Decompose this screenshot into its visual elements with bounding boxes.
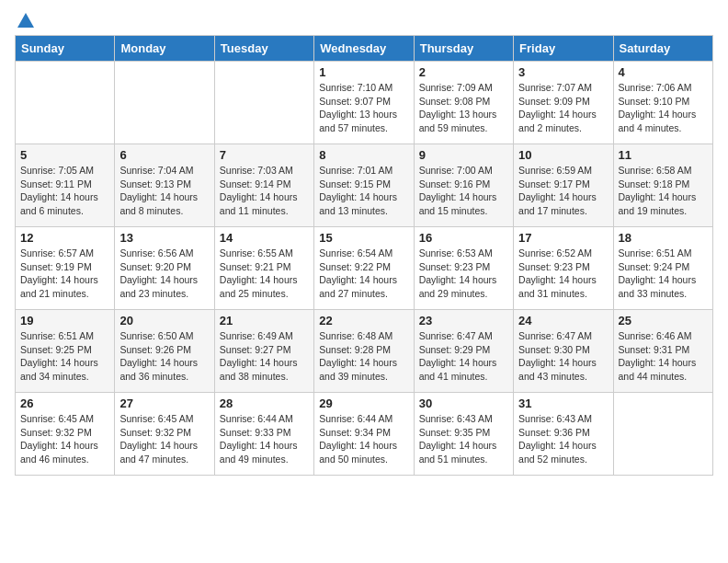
day-cell: 13Sunrise: 6:56 AMSunset: 9:20 PMDayligh…: [115, 227, 214, 310]
day-info: Sunrise: 6:53 AMSunset: 9:23 PMDaylight:…: [419, 247, 508, 301]
day-number: 20: [119, 314, 209, 327]
week-row-5: 26Sunrise: 6:45 AMSunset: 9:32 PMDayligh…: [16, 393, 713, 476]
day-info: Sunrise: 6:45 AMSunset: 9:32 PMDaylight:…: [20, 412, 109, 466]
day-cell: [115, 62, 214, 144]
day-cell: 2Sunrise: 7:09 AMSunset: 9:08 PMDaylight…: [414, 62, 513, 144]
day-number: 2: [419, 65, 508, 79]
day-cell: [613, 393, 712, 476]
day-number: 16: [419, 231, 508, 245]
day-info: Sunrise: 7:10 AMSunset: 9:07 PMDaylight:…: [319, 81, 408, 135]
day-number: 24: [518, 314, 608, 327]
day-cell: 18Sunrise: 6:51 AMSunset: 9:24 PMDayligh…: [613, 227, 712, 310]
day-cell: 12Sunrise: 6:57 AMSunset: 9:19 PMDayligh…: [16, 227, 115, 310]
day-info: Sunrise: 6:56 AMSunset: 9:20 PMDaylight:…: [119, 247, 209, 301]
day-number: 13: [119, 231, 209, 245]
day-info: Sunrise: 6:51 AMSunset: 9:25 PMDaylight:…: [20, 329, 109, 384]
day-number: 10: [518, 148, 608, 162]
day-number: 23: [419, 314, 508, 327]
day-cell: 26Sunrise: 6:45 AMSunset: 9:32 PMDayligh…: [16, 393, 115, 476]
day-info: Sunrise: 7:01 AMSunset: 9:15 PMDaylight:…: [319, 164, 408, 218]
day-number: 31: [518, 396, 608, 410]
day-cell: 4Sunrise: 7:06 AMSunset: 9:10 PMDaylight…: [613, 62, 712, 144]
day-number: 30: [419, 396, 508, 410]
weekday-header-saturday: Saturday: [613, 36, 712, 62]
day-info: Sunrise: 7:05 AMSunset: 9:11 PMDaylight:…: [20, 164, 109, 218]
weekday-header-sunday: Sunday: [16, 36, 115, 62]
day-number: 21: [220, 314, 309, 327]
day-number: 7: [220, 148, 309, 162]
day-cell: 30Sunrise: 6:43 AMSunset: 9:35 PMDayligh…: [414, 393, 513, 476]
weekday-header-row: SundayMondayTuesdayWednesdayThursdayFrid…: [16, 36, 713, 62]
day-number: 5: [20, 148, 109, 162]
day-number: 27: [119, 396, 209, 410]
day-info: Sunrise: 6:43 AMSunset: 9:36 PMDaylight:…: [518, 412, 608, 466]
day-cell: 15Sunrise: 6:54 AMSunset: 9:22 PMDayligh…: [314, 227, 414, 310]
day-cell: 5Sunrise: 7:05 AMSunset: 9:11 PMDaylight…: [16, 144, 115, 227]
day-info: Sunrise: 6:52 AMSunset: 9:23 PMDaylight:…: [518, 247, 608, 301]
day-number: 19: [20, 314, 109, 327]
day-number: 18: [619, 231, 708, 245]
day-cell: 17Sunrise: 6:52 AMSunset: 9:23 PMDayligh…: [514, 227, 613, 310]
day-number: 6: [119, 148, 209, 162]
weekday-header-thursday: Thursday: [414, 36, 513, 62]
day-cell: 7Sunrise: 7:03 AMSunset: 9:14 PMDaylight…: [214, 144, 313, 227]
day-number: 12: [20, 231, 109, 245]
day-info: Sunrise: 6:44 AMSunset: 9:34 PMDaylight:…: [319, 412, 408, 466]
day-cell: 8Sunrise: 7:01 AMSunset: 9:15 PMDaylight…: [314, 144, 414, 227]
day-info: Sunrise: 6:51 AMSunset: 9:24 PMDaylight:…: [619, 247, 708, 301]
day-number: 9: [419, 148, 508, 162]
day-number: 3: [518, 65, 608, 79]
day-number: 28: [220, 396, 309, 410]
day-cell: 16Sunrise: 6:53 AMSunset: 9:23 PMDayligh…: [414, 227, 513, 310]
day-info: Sunrise: 7:09 AMSunset: 9:08 PMDaylight:…: [419, 81, 508, 135]
day-number: 29: [319, 396, 408, 410]
day-cell: 27Sunrise: 6:45 AMSunset: 9:32 PMDayligh…: [115, 393, 214, 476]
week-row-4: 19Sunrise: 6:51 AMSunset: 9:25 PMDayligh…: [16, 310, 713, 393]
day-number: 14: [220, 231, 309, 245]
week-row-1: 1Sunrise: 7:10 AMSunset: 9:07 PMDaylight…: [16, 62, 713, 144]
day-number: 26: [20, 396, 109, 410]
day-cell: 24Sunrise: 6:47 AMSunset: 9:30 PMDayligh…: [514, 310, 613, 393]
calendar-table: SundayMondayTuesdayWednesdayThursdayFrid…: [15, 35, 713, 476]
day-info: Sunrise: 7:00 AMSunset: 9:16 PMDaylight:…: [419, 164, 508, 218]
day-number: 11: [619, 148, 708, 162]
weekday-header-monday: Monday: [115, 36, 214, 62]
day-cell: 23Sunrise: 6:47 AMSunset: 9:29 PMDayligh…: [414, 310, 513, 393]
day-number: 22: [319, 314, 408, 327]
day-cell: 28Sunrise: 6:44 AMSunset: 9:33 PMDayligh…: [214, 393, 313, 476]
day-info: Sunrise: 6:43 AMSunset: 9:35 PMDaylight:…: [419, 412, 508, 466]
day-info: Sunrise: 6:54 AMSunset: 9:22 PMDaylight:…: [319, 247, 408, 301]
day-cell: 3Sunrise: 7:07 AMSunset: 9:09 PMDaylight…: [514, 62, 613, 144]
day-info: Sunrise: 6:44 AMSunset: 9:33 PMDaylight:…: [220, 412, 309, 466]
day-info: Sunrise: 6:48 AMSunset: 9:28 PMDaylight:…: [319, 329, 408, 384]
day-info: Sunrise: 6:47 AMSunset: 9:29 PMDaylight:…: [419, 329, 508, 384]
day-cell: 1Sunrise: 7:10 AMSunset: 9:07 PMDaylight…: [314, 62, 414, 144]
day-cell: 29Sunrise: 6:44 AMSunset: 9:34 PMDayligh…: [314, 393, 414, 476]
day-cell: 21Sunrise: 6:49 AMSunset: 9:27 PMDayligh…: [214, 310, 313, 393]
day-info: Sunrise: 6:59 AMSunset: 9:17 PMDaylight:…: [518, 164, 608, 218]
logo: [15, 15, 36, 28]
day-cell: 9Sunrise: 7:00 AMSunset: 9:16 PMDaylight…: [414, 144, 513, 227]
day-info: Sunrise: 7:04 AMSunset: 9:13 PMDaylight:…: [119, 164, 209, 218]
day-cell: [16, 62, 115, 144]
day-cell: 31Sunrise: 6:43 AMSunset: 9:36 PMDayligh…: [514, 393, 613, 476]
day-info: Sunrise: 7:06 AMSunset: 9:10 PMDaylight:…: [619, 81, 708, 135]
weekday-header-friday: Friday: [514, 36, 613, 62]
day-info: Sunrise: 6:45 AMSunset: 9:32 PMDaylight:…: [119, 412, 209, 466]
day-cell: 20Sunrise: 6:50 AMSunset: 9:26 PMDayligh…: [115, 310, 214, 393]
logo-icon: [16, 11, 36, 31]
day-cell: 19Sunrise: 6:51 AMSunset: 9:25 PMDayligh…: [16, 310, 115, 393]
day-info: Sunrise: 6:49 AMSunset: 9:27 PMDaylight:…: [220, 329, 309, 384]
svg-marker-0: [17, 13, 34, 28]
day-info: Sunrise: 6:55 AMSunset: 9:21 PMDaylight:…: [220, 247, 309, 301]
day-cell: 10Sunrise: 6:59 AMSunset: 9:17 PMDayligh…: [514, 144, 613, 227]
day-info: Sunrise: 7:03 AMSunset: 9:14 PMDaylight:…: [220, 164, 309, 218]
day-cell: 25Sunrise: 6:46 AMSunset: 9:31 PMDayligh…: [613, 310, 712, 393]
day-cell: [214, 62, 313, 144]
day-cell: 22Sunrise: 6:48 AMSunset: 9:28 PMDayligh…: [314, 310, 414, 393]
day-cell: 11Sunrise: 6:58 AMSunset: 9:18 PMDayligh…: [613, 144, 712, 227]
day-info: Sunrise: 7:07 AMSunset: 9:09 PMDaylight:…: [518, 81, 608, 135]
day-info: Sunrise: 6:57 AMSunset: 9:19 PMDaylight:…: [20, 247, 109, 301]
day-number: 17: [518, 231, 608, 245]
day-number: 4: [619, 65, 708, 79]
